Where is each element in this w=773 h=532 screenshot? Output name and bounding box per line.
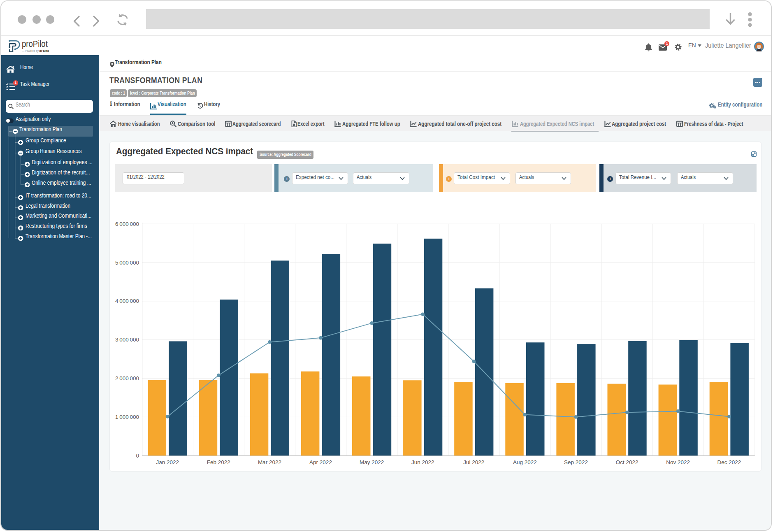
svg-text:Feb 2022: Feb 2022 [207, 459, 230, 465]
svg-text:2 000 000: 2 000 000 [115, 375, 139, 381]
svg-text:Jan 2022: Jan 2022 [156, 459, 179, 465]
svg-text:Oct 2022: Oct 2022 [616, 459, 638, 465]
svg-text:Dec 2022: Dec 2022 [717, 459, 741, 465]
svg-text:5 000 000: 5 000 000 [115, 260, 139, 266]
svg-text:3 000 000: 3 000 000 [115, 337, 139, 343]
svg-text:Sep 2022: Sep 2022 [564, 459, 588, 465]
svg-text:0: 0 [136, 453, 139, 459]
svg-text:Jun 2022: Jun 2022 [411, 459, 434, 465]
svg-text:Jul 2022: Jul 2022 [463, 459, 484, 465]
svg-text:May 2022: May 2022 [360, 459, 384, 465]
svg-text:1 000 000: 1 000 000 [115, 414, 139, 420]
svg-text:4 000 000: 4 000 000 [115, 298, 139, 304]
svg-text:Apr 2022: Apr 2022 [309, 459, 332, 465]
svg-text:6 000 000: 6 000 000 [115, 221, 139, 227]
svg-text:Aug 2022: Aug 2022 [513, 459, 537, 465]
svg-text:Mar 2022: Mar 2022 [258, 459, 281, 465]
svg-text:Nov 2022: Nov 2022 [666, 459, 690, 465]
